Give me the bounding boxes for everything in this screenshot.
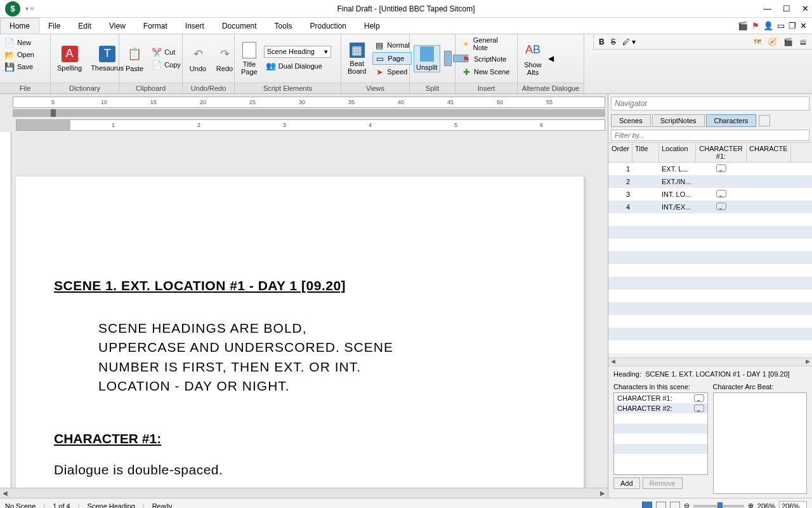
page-ruler[interactable]: 123456 <box>16 119 605 131</box>
compass-icon[interactable]: 🧭 <box>768 37 777 46</box>
arc-beat-box[interactable] <box>713 392 808 494</box>
table-row[interactable]: 4INT./EX... <box>608 201 812 213</box>
tab-format[interactable]: Format <box>134 18 176 34</box>
nav-tab-characters[interactable]: Characters <box>706 114 757 127</box>
heading-label: Heading: <box>613 370 641 378</box>
zoom-percent: 206% <box>757 502 775 509</box>
status-page: 1 of 4 <box>53 502 70 509</box>
remove-button[interactable]: Remove <box>643 478 683 489</box>
tab-document[interactable]: Document <box>213 18 266 34</box>
navigator-panel: Scenes ScriptNotes Characters Order Titl… <box>608 94 812 498</box>
show-alts-button[interactable]: ABShow Alts <box>521 40 544 77</box>
group-file-label: File <box>0 83 50 93</box>
cut-button[interactable]: ✂️Cut <box>150 46 183 58</box>
maximize-icon[interactable]: ☐ <box>783 4 790 13</box>
arc-beat-label: Character Arc Beat: <box>713 383 808 391</box>
zoom-bar[interactable] <box>13 109 605 117</box>
vertical-ruler[interactable] <box>0 132 11 488</box>
map-icon[interactable]: 🗺 <box>754 37 761 46</box>
zoom-input[interactable] <box>779 501 807 509</box>
pane-restore-icon[interactable]: ❐ <box>789 21 796 30</box>
status-element: Scene Heading <box>88 502 135 509</box>
characters-list[interactable]: CHARACTER #1:CHARACTER #2: <box>613 392 708 475</box>
bold-button[interactable]: B <box>599 37 605 46</box>
copy-button[interactable]: 📄Copy <box>150 59 183 70</box>
alt-prev-icon[interactable]: ◀ <box>548 54 554 63</box>
tab-tools[interactable]: Tools <box>266 18 301 34</box>
scene-heading[interactable]: SCENE 1. EXT. LOCATION #1 - DAY 1 [09.20… <box>54 278 546 293</box>
redo-button[interactable]: ↷Redo <box>213 44 236 74</box>
tab-file[interactable]: File <box>39 18 69 34</box>
tab-production[interactable]: Production <box>301 18 355 34</box>
bell-icon[interactable]: 🛎 <box>799 37 807 46</box>
clapper2-icon[interactable]: 🎬 <box>783 37 793 46</box>
status-scene: No Scene <box>5 502 36 509</box>
nav-tab-scenes[interactable]: Scenes <box>611 114 651 127</box>
view-grid-icon[interactable] <box>670 502 680 509</box>
spelling-button[interactable]: ASpelling <box>55 44 84 73</box>
horizontal-scrollbar[interactable]: ◀▶ <box>0 488 608 498</box>
flag-icon[interactable]: ⚑ <box>752 21 759 30</box>
highlighter-button[interactable]: 🖊 ▾ <box>622 37 636 46</box>
format-strip: B S 🖊 ▾ 🗺 🧭 🎬 🛎 <box>593 34 812 50</box>
status-ready: Ready <box>152 502 173 509</box>
action-text[interactable]: SCENE HEADINGS ARE BOLD, UPPERCASE AND U… <box>54 319 396 396</box>
list-item[interactable]: CHARACTER #2: <box>614 403 707 413</box>
zoom-slider[interactable] <box>693 505 744 507</box>
view-normal-icon[interactable] <box>656 502 666 509</box>
strikethrough-button[interactable]: S <box>611 37 616 46</box>
filter-input[interactable] <box>611 130 809 141</box>
list-item[interactable]: CHARACTER #1: <box>614 393 707 403</box>
dual-dialogue-button[interactable]: 👥Dual Dialogue <box>264 60 331 72</box>
beat-board-button[interactable]: ▦Beat Board <box>345 41 369 76</box>
window-title: Final Draft - [Untitled BBC Taped Sitcom… <box>337 4 475 13</box>
script-page[interactable]: SCENE 1. EXT. LOCATION #1 - DAY 1 [09.20… <box>16 177 584 488</box>
tab-insert[interactable]: Insert <box>176 18 213 34</box>
clapper-icon[interactable]: 🎬 <box>738 21 748 30</box>
user-icon[interactable]: 👤 <box>763 21 773 30</box>
unsplit-button[interactable]: Unsplit <box>414 45 440 72</box>
horizontal-ruler[interactable]: 510152025303540455055 <box>13 97 605 108</box>
app-icon: $ <box>5 1 20 17</box>
new-button[interactable]: 📄New <box>3 37 33 48</box>
heading-value: SCENE 1. EXT. LOCATION #1 - DAY 1 [09.20… <box>645 370 789 378</box>
chevron-down-icon: ▾ <box>324 48 328 56</box>
nav-table-header[interactable]: Order Title Location CHARACTER #1: CHARA… <box>608 142 812 163</box>
dialogue-text[interactable]: Dialogue is double-spaced. <box>54 462 546 478</box>
nav-hscroll[interactable]: ◀▶ <box>608 358 812 366</box>
menu-bar: Home File Edit View Format Insert Docume… <box>0 18 812 34</box>
zoom-in-icon[interactable]: ⊕ <box>748 502 754 508</box>
table-row[interactable]: 3INT. LO... <box>608 188 812 201</box>
open-button[interactable]: 📂Open <box>3 49 36 60</box>
tab-home[interactable]: Home <box>0 18 39 34</box>
minimize-icon[interactable]: — <box>763 4 771 13</box>
tab-view[interactable]: View <box>100 18 134 34</box>
title-page-button[interactable]: Title Page <box>239 41 260 77</box>
save-button[interactable]: 💾Save <box>3 61 35 72</box>
split-h-icon[interactable] <box>444 51 452 66</box>
new-scene-button[interactable]: ✚New Scene <box>459 66 511 77</box>
nav-tab-scriptnotes[interactable]: ScriptNotes <box>652 114 705 127</box>
zoom-out-icon[interactable]: ⊖ <box>684 502 690 508</box>
speed-view-button[interactable]: ➤Speed <box>372 66 411 77</box>
view-page-icon[interactable] <box>642 502 652 509</box>
page-view-button[interactable]: ▭Page <box>372 52 411 65</box>
pane-min-icon[interactable]: ▭ <box>777 21 785 30</box>
table-row[interactable]: 2EXT./IN... <box>608 175 812 188</box>
general-note-button[interactable]: ✦General Note <box>459 36 513 52</box>
navigator-search[interactable] <box>611 97 809 110</box>
table-row[interactable]: 1EXT. L... <box>608 163 812 175</box>
pane-close-icon[interactable]: ✕ <box>800 21 807 30</box>
script-note-button[interactable]: ⚑ScriptNote <box>459 53 508 65</box>
undo-button[interactable]: ↶Undo <box>187 44 209 74</box>
nav-list-icon[interactable] <box>759 115 770 126</box>
paste-button[interactable]: 📋Paste <box>123 44 146 74</box>
quick-access[interactable]: ▾ ≡ <box>25 5 34 12</box>
tab-edit[interactable]: Edit <box>69 18 100 34</box>
character-name[interactable]: CHARACTER #1: <box>54 431 546 446</box>
add-button[interactable]: Add <box>613 478 640 489</box>
element-combo[interactable]: Scene Heading▾ <box>264 46 331 58</box>
close-icon[interactable]: ✕ <box>802 4 809 13</box>
tab-help[interactable]: Help <box>355 18 389 34</box>
normal-view-button[interactable]: ▤Normal <box>372 39 411 51</box>
